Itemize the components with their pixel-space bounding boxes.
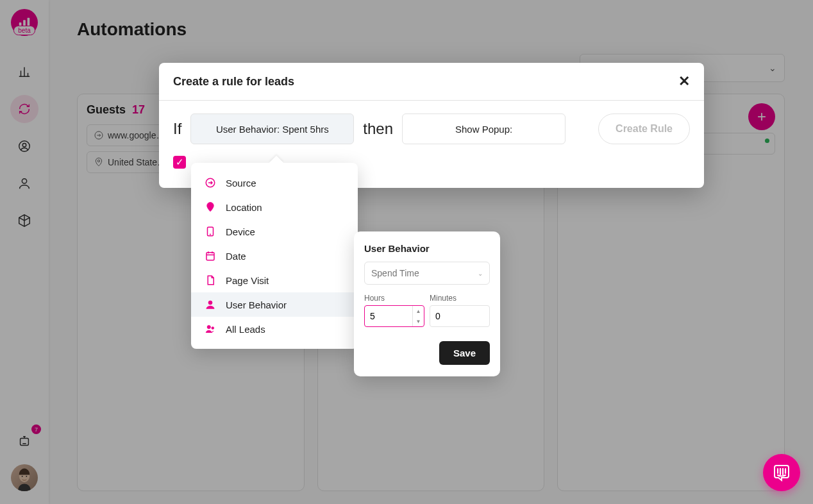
menu-item-source[interactable]: Source	[191, 171, 358, 195]
source-icon	[205, 177, 216, 189]
hours-field: Hours ▲ ▼	[364, 294, 424, 327]
checkbox-checked-icon: ✓	[173, 156, 186, 169]
then-label: then	[363, 120, 393, 138]
hours-label: Hours	[364, 294, 424, 303]
if-label: If	[173, 120, 181, 138]
menu-item-user-behavior[interactable]: User Behavior	[191, 292, 358, 317]
users-icon	[205, 323, 216, 335]
menu-label: Page Visit	[226, 275, 269, 286]
create-rule-button[interactable]: Create Rule	[598, 113, 690, 144]
behavior-type-select[interactable]: Spend Time ⌄	[364, 262, 490, 285]
menu-label: Location	[226, 202, 262, 213]
menu-label: All Leads	[226, 324, 265, 335]
menu-item-location[interactable]: Location	[191, 195, 358, 219]
svg-point-14	[210, 234, 211, 235]
menu-item-date[interactable]: Date	[191, 244, 358, 268]
minutes-label: Minutes	[430, 294, 490, 303]
minutes-input-wrap	[430, 305, 490, 327]
svg-point-18	[212, 327, 214, 330]
page-icon	[205, 274, 216, 286]
time-fields: Hours ▲ ▼ Minutes	[364, 294, 490, 327]
menu-item-page-visit[interactable]: Page Visit	[191, 268, 358, 292]
action-text: Show Popup:	[455, 124, 512, 135]
intercom-launcher[interactable]	[763, 454, 800, 491]
minutes-field: Minutes	[430, 294, 490, 327]
select-value: Spend Time	[371, 268, 419, 278]
menu-item-all-leads[interactable]: All Leads	[191, 317, 358, 341]
menu-label: User Behavior	[226, 299, 287, 310]
action-pill[interactable]: Show Popup:	[402, 113, 566, 144]
calendar-icon	[205, 250, 216, 262]
intercom-icon	[773, 464, 791, 482]
svg-point-17	[207, 325, 210, 328]
panel-title: User Behavior	[364, 243, 490, 254]
svg-rect-15	[206, 253, 214, 260]
condition-text: User Behavior: Spent 5hrs	[216, 124, 329, 135]
minutes-input[interactable]	[430, 305, 490, 327]
location-icon	[205, 201, 216, 213]
menu-label: Device	[226, 226, 255, 237]
rule-builder-row: If User Behavior: Spent 5hrs then Show P…	[173, 113, 690, 144]
user-behavior-panel: User Behavior Spend Time ⌄ Hours ▲ ▼ Min…	[354, 231, 500, 376]
modal-header: Create a rule for leads ✕	[159, 63, 704, 101]
condition-pill[interactable]: User Behavior: Spent 5hrs	[190, 113, 354, 144]
user-icon	[205, 299, 216, 310]
menu-item-device[interactable]: Device	[191, 219, 358, 244]
hours-stepper: ▲ ▼	[412, 306, 424, 326]
menu-label: Date	[226, 251, 246, 262]
modal-title: Create a rule for leads	[173, 75, 294, 88]
menu-label: Source	[226, 178, 256, 189]
condition-type-menu: Source Location Device Date Page Visit U…	[191, 163, 358, 349]
save-button[interactable]: Save	[439, 341, 490, 365]
chevron-down-icon: ⌄	[478, 270, 483, 277]
hours-input-wrap: ▲ ▼	[364, 305, 424, 327]
step-down[interactable]: ▼	[413, 316, 424, 326]
close-icon[interactable]: ✕	[678, 74, 690, 88]
svg-point-16	[208, 301, 212, 305]
step-up[interactable]: ▲	[413, 306, 424, 316]
device-icon	[205, 226, 216, 237]
